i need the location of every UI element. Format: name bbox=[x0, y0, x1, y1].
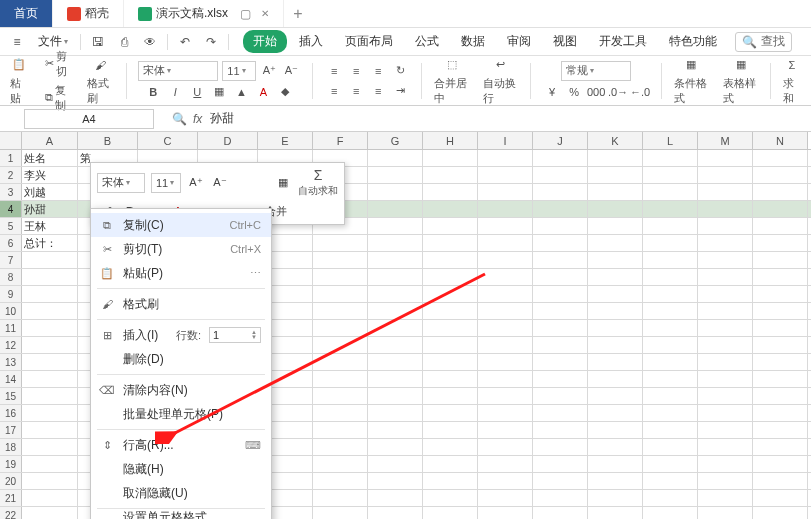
cell[interactable] bbox=[368, 422, 423, 438]
row-header[interactable]: 5 bbox=[0, 218, 22, 234]
cell[interactable] bbox=[753, 235, 808, 251]
cell[interactable] bbox=[643, 371, 698, 387]
cell[interactable] bbox=[698, 201, 753, 217]
wrap-icon[interactable]: ↩ bbox=[492, 56, 510, 74]
cell[interactable] bbox=[22, 456, 78, 472]
cell[interactable] bbox=[698, 507, 753, 519]
mini-autosum[interactable]: Σ自动求和 bbox=[298, 167, 338, 198]
italic-icon[interactable]: I bbox=[166, 83, 184, 101]
cell[interactable] bbox=[478, 184, 533, 200]
cell[interactable] bbox=[533, 422, 588, 438]
cell[interactable] bbox=[313, 473, 368, 489]
row-header[interactable]: 6 bbox=[0, 235, 22, 251]
row-header[interactable]: 3 bbox=[0, 184, 22, 200]
insert-rows-input[interactable]: 1▲▼ bbox=[209, 327, 261, 343]
cell[interactable] bbox=[643, 184, 698, 200]
row-header[interactable]: 7 bbox=[0, 252, 22, 268]
cell[interactable] bbox=[478, 422, 533, 438]
cell[interactable] bbox=[478, 201, 533, 217]
row-header[interactable]: 14 bbox=[0, 371, 22, 387]
cell[interactable]: 孙甜 bbox=[22, 201, 78, 217]
row-header[interactable]: 4 bbox=[0, 201, 22, 217]
cell[interactable] bbox=[368, 388, 423, 404]
row-header[interactable]: 9 bbox=[0, 286, 22, 302]
cell[interactable] bbox=[423, 422, 478, 438]
print-icon[interactable]: ⎙ bbox=[113, 31, 135, 53]
cell[interactable] bbox=[753, 439, 808, 455]
ctx-unhide[interactable]: 取消隐藏(U) bbox=[91, 481, 271, 505]
row-header[interactable]: 8 bbox=[0, 269, 22, 285]
cell[interactable] bbox=[698, 235, 753, 251]
cell[interactable] bbox=[533, 286, 588, 302]
cell[interactable] bbox=[423, 490, 478, 506]
cell[interactable] bbox=[313, 490, 368, 506]
align-center-icon[interactable]: ≡ bbox=[347, 82, 365, 100]
col-header-N[interactable]: N bbox=[753, 132, 808, 149]
cell[interactable]: 刘越 bbox=[22, 184, 78, 200]
cell[interactable] bbox=[588, 337, 643, 353]
ctx-format-painter[interactable]: 🖌格式刷 bbox=[91, 292, 271, 316]
cell-style-icon[interactable]: ▦ bbox=[732, 56, 750, 74]
tab-home[interactable]: 首页 bbox=[0, 0, 53, 27]
cell[interactable] bbox=[533, 337, 588, 353]
cell[interactable] bbox=[368, 252, 423, 268]
ribbon-tab-formula[interactable]: 公式 bbox=[405, 30, 449, 53]
cell[interactable] bbox=[698, 473, 753, 489]
ribbon-tab-layout[interactable]: 页面布局 bbox=[335, 30, 403, 53]
cell[interactable] bbox=[368, 507, 423, 519]
cell[interactable] bbox=[368, 456, 423, 472]
cell[interactable] bbox=[22, 269, 78, 285]
border-icon[interactable]: ▦ bbox=[210, 83, 228, 101]
formula-bar[interactable]: 孙甜 bbox=[210, 110, 234, 127]
cell[interactable] bbox=[533, 354, 588, 370]
align-top-icon[interactable]: ≡ bbox=[325, 62, 343, 80]
tab-docer[interactable]: 稻壳 bbox=[53, 0, 124, 27]
col-header-C[interactable]: C bbox=[138, 132, 198, 149]
cell[interactable] bbox=[533, 269, 588, 285]
cell[interactable] bbox=[22, 252, 78, 268]
col-header-G[interactable]: G bbox=[368, 132, 423, 149]
cell[interactable] bbox=[423, 303, 478, 319]
cell[interactable] bbox=[313, 405, 368, 421]
cell[interactable] bbox=[698, 456, 753, 472]
ctx-cut[interactable]: ✂剪切(T)Ctrl+X bbox=[91, 237, 271, 261]
ctx-delete[interactable]: 删除(D) bbox=[91, 347, 271, 371]
cell[interactable] bbox=[313, 252, 368, 268]
cell[interactable] bbox=[698, 337, 753, 353]
cell[interactable] bbox=[22, 371, 78, 387]
cell[interactable] bbox=[423, 337, 478, 353]
cell[interactable] bbox=[533, 507, 588, 519]
cell[interactable] bbox=[753, 269, 808, 285]
cell[interactable] bbox=[643, 252, 698, 268]
search-box[interactable]: 🔍查找 bbox=[735, 32, 792, 52]
cell[interactable]: 总计： bbox=[22, 235, 78, 251]
cell[interactable] bbox=[478, 269, 533, 285]
cell[interactable] bbox=[588, 235, 643, 251]
cell[interactable] bbox=[478, 235, 533, 251]
app-menu-icon[interactable]: ≡ bbox=[6, 31, 28, 53]
cell[interactable] bbox=[368, 184, 423, 200]
cell[interactable] bbox=[423, 286, 478, 302]
cell[interactable] bbox=[22, 507, 78, 519]
cell[interactable] bbox=[753, 320, 808, 336]
mini-dec-font-icon[interactable]: A⁻ bbox=[211, 174, 229, 192]
cell[interactable] bbox=[313, 507, 368, 519]
cell[interactable] bbox=[313, 303, 368, 319]
cell[interactable] bbox=[423, 235, 478, 251]
cell[interactable] bbox=[588, 201, 643, 217]
cell[interactable] bbox=[313, 388, 368, 404]
row-header[interactable]: 10 bbox=[0, 303, 22, 319]
cell[interactable] bbox=[698, 150, 753, 166]
paste-icon[interactable]: 📋 bbox=[10, 56, 28, 74]
ctx-clear[interactable]: ⌫清除内容(N) bbox=[91, 378, 271, 402]
percent-icon[interactable]: % bbox=[565, 83, 583, 101]
cell[interactable] bbox=[588, 439, 643, 455]
ribbon-tab-data[interactable]: 数据 bbox=[451, 30, 495, 53]
cell[interactable] bbox=[368, 405, 423, 421]
cell[interactable] bbox=[588, 371, 643, 387]
cell[interactable] bbox=[588, 354, 643, 370]
cell[interactable] bbox=[588, 150, 643, 166]
cell[interactable] bbox=[423, 388, 478, 404]
row-header[interactable]: 15 bbox=[0, 388, 22, 404]
cell[interactable] bbox=[368, 371, 423, 387]
